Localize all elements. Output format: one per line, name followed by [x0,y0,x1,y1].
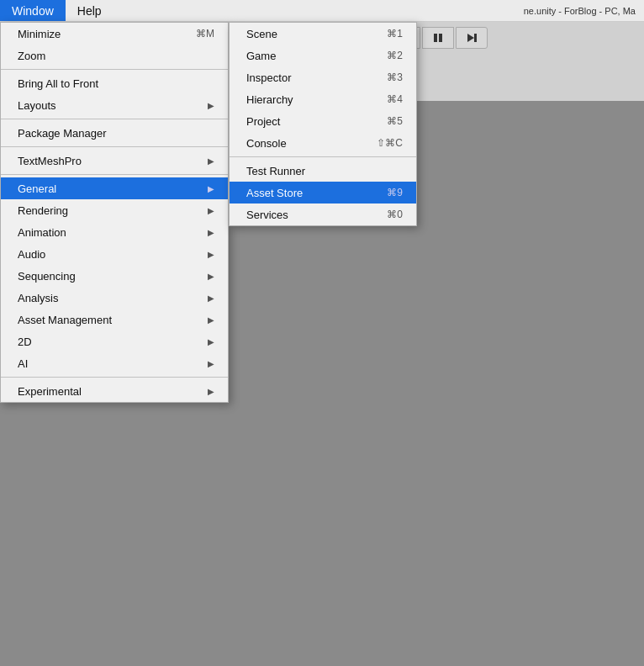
menu-item-sequencing[interactable]: Sequencing ▶ [1,265,228,287]
audio-label: Audio [18,248,208,261]
submenu-item-project[interactable]: Project ⌘5 [230,110,416,132]
primary-dropdown: Minimize ⌘M Zoom Bring All to Front Layo… [0,22,229,403]
textmeshpro-label: TextMeshPro [18,155,208,167]
ai-arrow: ▶ [208,359,214,368]
sequencing-label: Sequencing [18,270,208,283]
package-manager-label: Package Manager [18,127,214,140]
minimize-shortcut: ⌘M [196,28,214,40]
divider-5 [1,377,228,378]
project-label: Project [246,115,387,128]
menu-item-experimental[interactable]: Experimental ▶ [1,380,228,402]
inspector-label: Inspector [246,71,387,84]
experimental-label: Experimental [18,385,208,398]
game-shortcut: ⌘2 [387,50,403,61]
pause-button[interactable] [422,27,454,49]
textmeshpro-arrow: ▶ [208,156,214,166]
sequencing-arrow: ▶ [208,272,214,281]
menu-item-animation[interactable]: Animation ▶ [1,221,228,243]
rendering-label: Rendering [18,204,208,217]
scene-shortcut: ⌘1 [387,28,403,40]
svg-rect-2 [439,34,442,42]
menu-item-package-manager[interactable]: Package Manager [1,122,228,144]
svg-marker-3 [467,34,474,42]
audio-arrow: ▶ [208,250,214,259]
bring-all-label: Bring All to Front [18,77,214,90]
scene-label: Scene [246,28,387,40]
ai-label: AI [18,357,208,370]
analysis-label: Analysis [18,292,208,304]
divider-4 [1,174,228,175]
menu-item-general[interactable]: General ▶ [1,177,228,199]
layouts-arrow: ▶ [208,101,214,110]
menu-item-ai[interactable]: AI ▶ [1,352,228,374]
2d-label: 2D [18,336,208,348]
analysis-arrow: ▶ [208,293,214,303]
submenu-item-game[interactable]: Game ⌘2 [230,45,416,66]
game-label: Game [246,50,387,62]
submenu-item-hierarchy[interactable]: Hierarchy ⌘4 [230,88,416,110]
divider-1 [1,69,228,70]
step-button[interactable] [456,27,488,49]
menu-item-zoom[interactable]: Zoom [1,45,228,66]
submenu-item-services[interactable]: Services ⌘0 [230,204,416,225]
general-label: General [18,182,208,195]
experimental-arrow: ▶ [208,387,214,396]
test-runner-label: Test Runner [246,165,403,177]
project-shortcut: ⌘5 [387,115,403,127]
menu-item-asset-management[interactable]: Asset Management ▶ [1,309,228,330]
menu-item-rendering[interactable]: Rendering ▶ [1,199,228,221]
svg-rect-1 [434,34,437,42]
submenu-divider-1 [230,156,416,157]
window-title: ne.unity - ForBlog - PC, Ma [524,0,644,21]
menu-window[interactable]: Window [0,0,66,21]
menu-bar: Window Help ne.unity - ForBlog - PC, Ma [0,0,644,22]
asset-management-label: Asset Management [18,314,208,326]
general-arrow: ▶ [208,184,214,193]
console-label: Console [246,137,377,150]
asset-store-shortcut: ⌘9 [387,187,403,198]
rendering-arrow: ▶ [208,206,214,215]
animation-arrow: ▶ [208,228,214,237]
submenu-item-console[interactable]: Console ⇧⌘C [230,132,416,154]
asset-store-label: Asset Store [246,187,387,199]
submenu-item-scene[interactable]: Scene ⌘1 [230,23,416,45]
menu-item-audio[interactable]: Audio ▶ [1,243,228,265]
services-shortcut: ⌘0 [387,209,403,220]
divider-3 [1,146,228,147]
submenu-item-inspector[interactable]: Inspector ⌘3 [230,66,416,88]
zoom-label: Zoom [18,50,214,62]
menu-item-layouts[interactable]: Layouts ▶ [1,94,228,116]
2d-arrow: ▶ [208,337,214,346]
submenu-item-test-runner[interactable]: Test Runner [230,160,416,182]
layouts-label: Layouts [18,99,208,112]
inspector-shortcut: ⌘3 [387,71,403,83]
menu-item-2d[interactable]: 2D ▶ [1,330,228,352]
console-shortcut: ⇧⌘C [377,137,403,149]
minimize-label: Minimize [18,28,196,40]
svg-rect-4 [474,34,477,42]
hierarchy-shortcut: ⌘4 [387,93,403,105]
menu-item-analysis[interactable]: Analysis ▶ [1,287,228,309]
menu-item-textmeshpro[interactable]: TextMeshPro ▶ [1,150,228,172]
submenu-item-asset-store[interactable]: Asset Store ⌘9 [230,182,416,204]
animation-label: Animation [18,226,208,239]
menu-item-minimize[interactable]: Minimize ⌘M [1,23,228,45]
menu-item-bring-all-to-front[interactable]: Bring All to Front [1,72,228,94]
services-label: Services [246,209,387,221]
asset-management-arrow: ▶ [208,315,214,325]
hierarchy-label: Hierarchy [246,93,387,106]
menu-help[interactable]: Help [66,0,113,21]
secondary-dropdown: Scene ⌘1 Game ⌘2 Inspector ⌘3 Hierarchy … [229,22,417,226]
divider-2 [1,119,228,119]
